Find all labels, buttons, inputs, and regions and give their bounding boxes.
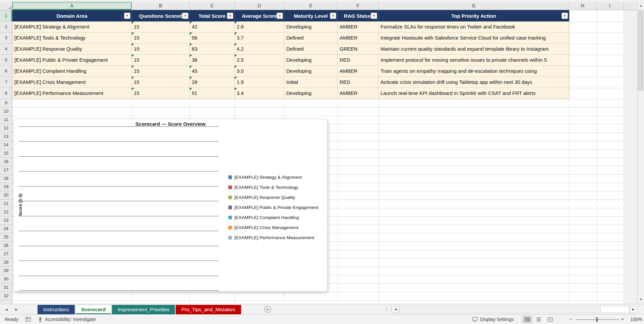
legend-item[interactable]: [EXAMPLE] Strategy & Alignment: [228, 175, 318, 179]
row-header-17[interactable]: 17: [0, 166, 12, 174]
chart-score-overview[interactable]: Scorecard — Score Overview Score (1-5) […: [13, 119, 328, 292]
cell-A7[interactable]: [EXAMPLE] Crisis Management: [12, 77, 132, 88]
row-header-23[interactable]: 23: [0, 216, 12, 225]
cell-F3[interactable]: AMBER: [338, 33, 378, 44]
zoom-level[interactable]: 100%: [628, 315, 642, 324]
zoom-in-button[interactable]: +: [621, 315, 624, 324]
row-header-25[interactable]: 25: [0, 233, 12, 241]
header-cell-total-score[interactable]: Total Score▼: [190, 10, 235, 21]
cell-E6[interactable]: Developing: [284, 66, 338, 77]
cell-A8[interactable]: [EXAMPLE] Performance Measurement: [12, 88, 132, 99]
row-header-6[interactable]: 6: [0, 66, 12, 77]
row-header-32[interactable]: 32: [0, 292, 12, 300]
legend-item[interactable]: [EXAMPLE] Tools & Technology: [228, 185, 318, 190]
cell-F4[interactable]: GREEN: [338, 44, 378, 55]
cell-B7[interactable]: 15: [132, 77, 190, 88]
normal-view-button[interactable]: [522, 316, 532, 323]
header-cell-domain-area[interactable]: Domain Area▼: [12, 10, 132, 21]
filter-dropdown-icon[interactable]: ▼: [124, 13, 130, 19]
new-sheet-button[interactable]: +: [264, 306, 271, 313]
cell-A6[interactable]: [EXAMPLE] Complaint Handling: [12, 66, 132, 77]
sheet-tab-improvement_priorities[interactable]: Improvement_Priorities: [112, 305, 175, 314]
cell-D6[interactable]: 3.0: [235, 66, 284, 77]
cell-E3[interactable]: Defined: [284, 33, 338, 44]
filter-dropdown-icon[interactable]: ▼: [227, 13, 233, 19]
accessibility-status[interactable]: Accessibility: Investigate: [45, 315, 96, 324]
cell-A3[interactable]: [EXAMPLE] Tools & Technology: [12, 33, 132, 44]
page-break-preview-button[interactable]: [545, 316, 555, 323]
column-header-A[interactable]: A: [12, 2, 132, 10]
row-header-8[interactable]: 8: [0, 88, 12, 99]
cell-B6[interactable]: 15: [132, 66, 190, 77]
tab-scroll-left-icon[interactable]: ◀: [2, 304, 11, 315]
cell-C3[interactable]: 56: [190, 33, 235, 44]
header-cell-average-score[interactable]: Average Score▼: [235, 10, 284, 21]
cell-E2[interactable]: Developing: [284, 21, 338, 33]
legend-item[interactable]: [EXAMPLE] Performance Measurement: [228, 235, 318, 240]
cell-C2[interactable]: 42: [190, 21, 235, 33]
row-header-20[interactable]: 20: [0, 191, 12, 200]
row-header-28[interactable]: 28: [0, 258, 12, 267]
scroll-right-icon[interactable]: ▶: [629, 306, 637, 313]
column-header-I[interactable]: I: [596, 2, 624, 10]
vertical-scrollbar[interactable]: ▲ ▼: [637, 2, 644, 304]
row-header-5[interactable]: 5: [0, 55, 12, 66]
cell-F7[interactable]: RED: [338, 77, 378, 88]
cell-F8[interactable]: AMBER: [338, 88, 378, 99]
column-header-G[interactable]: G: [378, 2, 569, 10]
row-header-13[interactable]: 13: [0, 132, 12, 141]
cell-G5[interactable]: Implement protocol for moving sensitive …: [378, 55, 569, 66]
cell-C6[interactable]: 45: [190, 66, 235, 77]
legend-item[interactable]: [EXAMPLE] Response Quality: [228, 195, 318, 200]
row-header-3[interactable]: 3: [0, 33, 12, 44]
cell-G8[interactable]: Launch real-time KPI dashboard in Sprink…: [378, 88, 569, 99]
zoom-slider-thumb[interactable]: [596, 317, 598, 322]
row-header-31[interactable]: 31: [0, 283, 12, 292]
legend-item[interactable]: [EXAMPLE] Public & Private Engagement: [228, 205, 318, 210]
column-header-E[interactable]: E: [284, 2, 338, 10]
sheet-tab-scorecard[interactable]: Scorecard: [75, 305, 111, 314]
row-header-26[interactable]: 26: [0, 241, 12, 250]
cell-E8[interactable]: Developing: [284, 88, 338, 99]
cell-G3[interactable]: Integrate Hootsuite with Salesforce Serv…: [378, 33, 569, 44]
row-header-9[interactable]: 9: [0, 99, 12, 107]
column-header-D[interactable]: D: [235, 2, 284, 10]
row-header-16[interactable]: 16: [0, 158, 12, 166]
cell-E4[interactable]: Defined: [284, 44, 338, 55]
cell-B3[interactable]: 15: [132, 33, 190, 44]
row-header-2[interactable]: 2: [0, 21, 12, 33]
cell-A5[interactable]: [EXAMPLE] Public & Private Engagement: [12, 55, 132, 66]
cell-C5[interactable]: 38: [190, 55, 235, 66]
filter-dropdown-icon[interactable]: ▼: [371, 13, 377, 19]
tab-scroll-right-icon[interactable]: ▶: [12, 304, 21, 315]
row-header-7[interactable]: 7: [0, 77, 12, 88]
cell-B4[interactable]: 15: [132, 44, 190, 55]
cell-D7[interactable]: 1.9: [235, 77, 284, 88]
filter-dropdown-icon[interactable]: ▼: [330, 13, 336, 19]
filter-dropdown-icon[interactable]: ▼: [277, 13, 283, 19]
cell-G2[interactable]: Formalize SLAs for response times on Twi…: [378, 21, 569, 33]
cell-G4[interactable]: Maintain current quality standards and e…: [378, 44, 569, 55]
cell-D8[interactable]: 3.4: [235, 88, 284, 99]
header-cell-questions-scored[interactable]: Questions Scored▼: [132, 10, 190, 21]
column-header-F[interactable]: F: [338, 2, 378, 10]
row-header-10[interactable]: 10: [0, 107, 12, 116]
row-header-24[interactable]: 24: [0, 225, 12, 233]
horizontal-scrollbar-thumb[interactable]: [400, 307, 601, 312]
cell-B2[interactable]: 15: [132, 21, 190, 33]
horizontal-scrollbar[interactable]: [400, 306, 629, 313]
sheet-tab-pro_tips_and_mistakes[interactable]: Pro_Tips_and_Mistakes: [176, 305, 241, 314]
row-header-4[interactable]: 4: [0, 44, 12, 55]
row-header-12[interactable]: 12: [0, 124, 12, 132]
row-header-15[interactable]: 15: [0, 149, 12, 158]
cell-D3[interactable]: 3.7: [235, 33, 284, 44]
row-header-11[interactable]: 11: [0, 116, 12, 124]
scroll-up-icon[interactable]: ▲: [638, 3, 644, 9]
sheet-tab-instructions[interactable]: Instructions: [38, 305, 75, 314]
cell-D5[interactable]: 2.5: [235, 55, 284, 66]
header-cell-top-priority-action[interactable]: Top Priority Action▼: [378, 10, 569, 21]
page-layout-view-button[interactable]: [534, 316, 544, 323]
cell-G6[interactable]: Train agents on empathy mapping and de-e…: [378, 66, 569, 77]
row-header-19[interactable]: 19: [0, 183, 12, 191]
legend-item[interactable]: [EXAMPLE] Complaint Handling: [228, 215, 318, 220]
